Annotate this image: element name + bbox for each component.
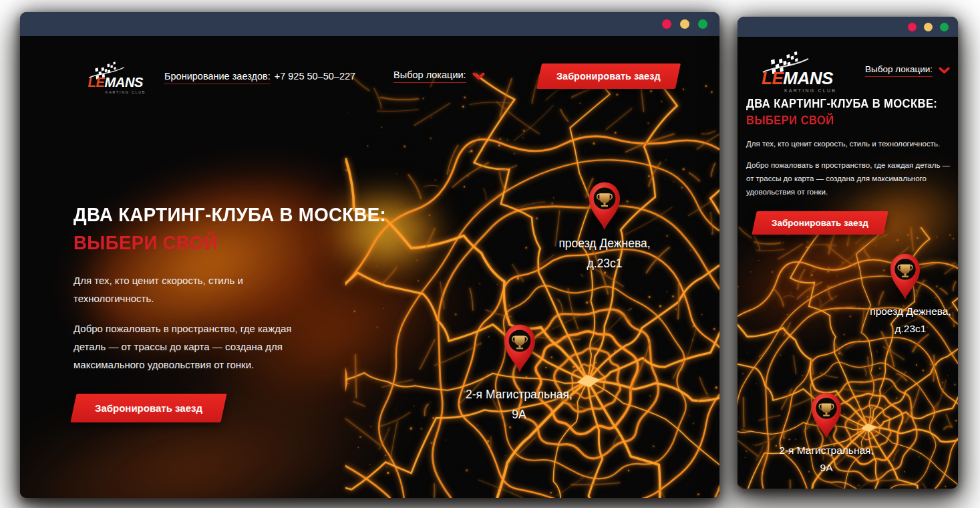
page-content: LEMANS KARTING CLUB Выбор локации: ДВА К…	[738, 37, 958, 489]
hero-subtitle: ВЫБЕРИ СВОЙ	[73, 231, 356, 254]
hero-paragraph-1: Для тех, кто ценит скорость, стиль и тех…	[746, 137, 955, 150]
location-selector-label: Выбор локации:	[865, 64, 933, 77]
titlebar-dot-red[interactable]	[662, 19, 671, 29]
site-header: LEMANS KARTING CLUB Бронирование заездов…	[20, 44, 719, 108]
map-pin-label: 2-я Магистральная, 9А	[746, 442, 907, 476]
chevron-down-icon	[472, 72, 485, 80]
logo-wordmark: LEMANS	[88, 75, 144, 90]
hero-section: ДВА КАРТИНГ-КЛУБА В МОСКВЕ: ВЫБЕРИ СВОЙ …	[73, 203, 381, 422]
map-pin-label: проезд Дежнева, д.23с1	[830, 303, 958, 337]
hero-paragraph-2: Добро пожаловать в пространство, где каж…	[73, 320, 294, 374]
logo-wordmark: LEMANS	[762, 68, 834, 88]
map-pin-dezhneva[interactable]	[585, 180, 624, 231]
book-button-hero[interactable]: Забронировать заезд	[752, 211, 888, 235]
hero-section: ДВА КАРТИНГ-КЛУБА В МОСКВЕ: ВЫБЕРИ СВОЙ …	[746, 97, 953, 235]
desktop-browser-window: LEMANS KARTING CLUB Бронирование заездов…	[20, 12, 719, 498]
hero-paragraph-2: Добро пожаловать в пространство, где каж…	[746, 158, 955, 199]
hero-title: ДВА КАРТИНГ-КЛУБА В МОСКВЕ:	[73, 203, 356, 226]
titlebar-dot-red[interactable]	[908, 23, 917, 31]
chevron-down-icon	[939, 67, 950, 74]
hero-paragraph-1: Для тех, кто ценит скорость, стиль и тех…	[73, 271, 294, 307]
titlebar-dot-yellow[interactable]	[680, 19, 689, 29]
location-selector[interactable]: Выбор локации:	[393, 70, 485, 83]
booking-phone-number: +7 925 50–50–227	[275, 71, 355, 82]
logo-tagline: KARTING CLUB	[784, 88, 836, 93]
location-selector-label: Выбор локации:	[393, 70, 466, 83]
titlebar	[738, 17, 958, 37]
map-pin-magistralnaya[interactable]	[808, 390, 845, 440]
titlebar	[20, 12, 719, 36]
moscow-roads-map	[345, 74, 719, 498]
lemans-logo[interactable]: LEMANS KARTING CLUB	[760, 45, 843, 95]
book-button-hero[interactable]: Забронировать заезд	[70, 394, 226, 422]
map-pin-dezhneva[interactable]	[886, 251, 924, 301]
hero-subtitle: ВЫБЕРИ СВОЙ	[746, 114, 943, 128]
logo-tagline: KARTING CLUB	[106, 90, 146, 94]
titlebar-dot-yellow[interactable]	[924, 23, 933, 31]
lemans-logo[interactable]: LEMANS KARTING CLUB	[87, 52, 151, 100]
titlebar-dot-green[interactable]	[698, 19, 707, 29]
map-pin-label: проезд Дежнева, д.23с1	[524, 234, 685, 274]
mobile-browser-window: LEMANS KARTING CLUB Выбор локации: ДВА К…	[738, 17, 958, 489]
map-pin-magistralnaya[interactable]	[500, 322, 539, 374]
site-header: LEMANS KARTING CLUB Выбор локации:	[738, 42, 958, 98]
book-button-header[interactable]: Забронировать заезд	[536, 64, 681, 89]
location-selector[interactable]: Выбор локации:	[865, 64, 950, 77]
hero-title: ДВА КАРТИНГ-КЛУБА В МОСКВЕ:	[746, 97, 943, 111]
map-pin-label: 2-я Магистральная, 9А	[439, 385, 599, 425]
booking-phone[interactable]: Бронирование заездов:+7 925 50–50–227	[164, 71, 355, 82]
page-content: LEMANS KARTING CLUB Бронирование заездов…	[20, 36, 719, 498]
booking-phone-label: Бронирование заездов:	[164, 71, 271, 84]
titlebar-dot-green[interactable]	[940, 23, 949, 31]
